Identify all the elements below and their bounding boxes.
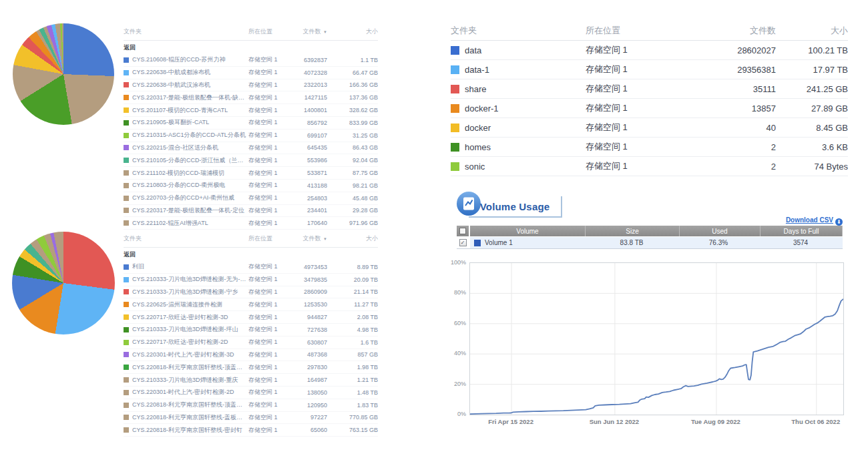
legend-swatch (124, 133, 129, 138)
folder-file-count: 35111 (699, 84, 776, 94)
volume-usage-title-tab: Volume Usage (469, 196, 562, 218)
column-header-size[interactable]: 大小 (327, 234, 378, 243)
folder-location: 存储空间 1 (248, 55, 290, 64)
volume-legend-swatch (474, 240, 481, 246)
column-header-size[interactable]: 大小 (776, 25, 848, 37)
table-row[interactable]: CYS.210333-刀片电池3D焊缝检测-宁乡存储空间 1286090921.… (124, 286, 378, 299)
legend-swatch (124, 365, 129, 370)
legend-swatch (124, 183, 129, 188)
table-row[interactable]: CYS.210905-极耳翻折-CATL存储空间 1856792833.99 G… (124, 117, 378, 130)
column-header-location[interactable]: 所在位置 (248, 27, 290, 36)
table-row[interactable]: CYS.210803-分条的CCD-衢州极电存储空间 141318898.21 … (124, 180, 378, 192)
y-axis-tick-label: 20% (427, 381, 466, 387)
folder-file-count: 533871 (290, 170, 327, 176)
folder-file-count: 4072328 (290, 69, 327, 76)
table-row[interactable]: data-1存储空间 12935638117.97 TB (451, 60, 848, 79)
table-row[interactable]: CYS.220703-分条的CCD+AI-衢州恒威存储空间 125480345.… (124, 192, 378, 205)
volume-usage-table-header: Volume Size Used Days to Full (457, 226, 843, 236)
table-row[interactable]: CYS.220215-混合-社区送分条机存储空间 164543586.43 GB (124, 142, 378, 155)
table-row[interactable]: CYS.210333-刀片电池3D焊缝检测-无为-2期存储空间 13479835… (124, 274, 378, 286)
folder-file-count: 164987 (290, 377, 327, 383)
folder-name: CYS.220301-时代上汽-密封钉检测-3D (132, 351, 248, 359)
table-row[interactable]: ✓ Volume 1 83.8 TB 76.3% 3574 (457, 237, 843, 249)
download-csv-icon[interactable]: ⬇ (835, 218, 843, 226)
table-row[interactable]: CYS.221102-辊压AI增强ATL存储空间 1170640971.96 G… (124, 217, 378, 230)
legend-swatch (124, 390, 129, 395)
column-header-location[interactable]: 所在位置 (586, 25, 699, 37)
folder-name: homes (465, 142, 586, 152)
folder-location: 存储空间 1 (586, 63, 699, 75)
folder-name: CYS.220638-中航成都涂布机 (132, 68, 248, 77)
table-row[interactable]: CYS.220717-欣旺达-密封钉检测-2D存储空间 16308071.6 T… (124, 336, 378, 349)
back-link[interactable]: 返回 (124, 248, 378, 261)
table-row[interactable]: CYS.220301-时代上汽-密封钉检测-2D存储空间 11380501.48… (124, 387, 378, 399)
column-header-location[interactable]: 所在位置 (248, 234, 290, 243)
legend-swatch (451, 162, 459, 171)
folder-size: 11.27 TB (327, 301, 378, 308)
table-row[interactable]: sonic存储空间 1274 Bytes (451, 157, 848, 176)
legend-swatch (451, 143, 459, 152)
table-row[interactable]: CYS.220638-中航成都涂布机存储空间 1407232866.47 GB (124, 67, 378, 79)
table-row[interactable]: docker存储空间 1408.45 GB (451, 118, 848, 138)
x-axis-tick-label: Tue Aug 09 2022 (669, 418, 763, 425)
table-row[interactable]: share存储空间 135111241.25 GB (451, 79, 848, 99)
table-row[interactable]: CYS.220301-时代上汽-密封钉检测-3D存储空间 1487368857 … (124, 349, 378, 362)
table-row[interactable]: CYS.220317-楚能-极组装配叠一体机-缺陷检测存储空间 11427115… (124, 91, 378, 104)
folder-table-header: 文件夹所在位置文件数 ▼大小 (124, 232, 378, 248)
legend-swatch (124, 352, 129, 357)
legend-swatch (451, 124, 459, 132)
column-header-used: Used (680, 226, 761, 236)
table-row[interactable]: CYS.220818-利元亨南京国轩整线-盖板激光焊保...存储空间 19722… (124, 412, 378, 425)
folder-size: 2.08 TB (327, 314, 378, 320)
folder-file-count: 234401 (290, 207, 327, 214)
column-header-folder[interactable]: 文件夹 (124, 234, 248, 243)
folder-size: 29.28 GB (327, 207, 378, 214)
column-header-files[interactable]: 文件数 ▼ (290, 234, 327, 243)
table-row[interactable]: CYS.210105-分条的CCD-浙江恒威（兰溪）存储空间 155398692… (124, 154, 378, 167)
table-row[interactable]: data存储空间 128602027100.21 TB (451, 41, 848, 60)
folder-name: CYS.220818-利元亨南京国轩整线-盖板激光焊保... (132, 413, 248, 422)
row-checkbox[interactable]: ✓ (459, 239, 467, 246)
table-row[interactable]: CYS.210333-刀片电池3D焊缝检测-坪山存储空间 17276384.98… (124, 324, 378, 336)
column-header-files[interactable]: 文件数 ▼ (290, 27, 327, 36)
folder-file-count: 13857 (699, 103, 776, 113)
table-row[interactable]: CYS.210315-ASC1分条的CCD-ATL分条机存储空间 1699107… (124, 130, 378, 142)
table-row[interactable]: CYS.220638-中航武汉涂布机存储空间 12322013166.36 GB (124, 79, 378, 92)
table-row[interactable]: CYS.220625-温州瑞浦连接件检测存储空间 1125353011.27 T… (124, 298, 378, 311)
table-row[interactable]: 利旧存储空间 149734538.89 TB (124, 261, 378, 274)
select-all-checkbox[interactable] (457, 226, 469, 236)
table-row[interactable]: CYS.220717-欣旺达-密封钉检测-3D存储空间 19448272.08 … (124, 311, 378, 324)
legend-swatch (124, 82, 129, 87)
x-axis-tick-label: Fri Apr 15 2022 (464, 418, 558, 425)
folder-location: 存储空间 1 (586, 44, 699, 56)
table-row[interactable]: CYS.210608-辊压的CCD-苏州力神存储空间 163928371.1 T… (124, 54, 378, 67)
table-row[interactable]: CYS.220818-利元亨南京国轩整线-密封钉存储空间 165060763.1… (124, 424, 378, 437)
folder-file-count: 138050 (290, 389, 327, 396)
download-csv-link[interactable]: Download CSV (786, 216, 833, 224)
column-header-folder[interactable]: 文件夹 (451, 25, 586, 37)
table-row[interactable]: CYS.220818-利元亨南京国轩整线-顶盖焊-3D存储空间 12978301… (124, 361, 378, 374)
folder-size: 166.36 GB (327, 81, 378, 88)
folder-file-count: 170640 (290, 220, 327, 226)
folder-name: CYS.220818-利元亨南京国轩整线-顶盖焊-3D (132, 363, 248, 372)
column-header-folder[interactable]: 文件夹 (124, 27, 248, 36)
folder-file-count: 3479835 (290, 276, 327, 283)
folder-name: CYS.210315-ASC1分条的CCD-ATL分条机 (132, 131, 248, 140)
back-link[interactable]: 返回 (124, 41, 378, 54)
folder-name: CYS.221102-辊压AI增强ATL (132, 219, 248, 228)
y-axis-tick-label: 60% (427, 320, 466, 326)
table-row[interactable]: CYS.220818-利元亨南京国轩整线-顶盖焊-2D存储空间 11209501… (124, 399, 378, 412)
table-row[interactable]: homes存储空间 123.6 KB (451, 138, 848, 157)
folder-location: 存储空间 1 (248, 300, 290, 309)
table-row[interactable]: CYS.210333-刀片电池3D焊缝检测-重庆存储空间 11649871.21… (124, 374, 378, 387)
folder-size-pie-chart-2 (12, 232, 115, 334)
table-row[interactable]: CYS.211102-模切的CCD-瑞浦模切存储空间 153387187.75 … (124, 167, 378, 180)
table-row[interactable]: CYS.201107-模切的CCD-青海CATL存储空间 11400801328… (124, 104, 378, 117)
folder-location: 存储空间 1 (586, 122, 699, 134)
column-header-files[interactable]: 文件数 (699, 25, 776, 37)
legend-swatch (124, 327, 129, 332)
table-row[interactable]: docker-1存储空间 11385727.89 GB (451, 99, 848, 118)
legend-swatch (124, 427, 129, 433)
column-header-size[interactable]: 大小 (327, 27, 378, 36)
table-row[interactable]: CYS.220317-楚能-极组装配叠一体机-定位存储空间 123440129.… (124, 205, 378, 218)
